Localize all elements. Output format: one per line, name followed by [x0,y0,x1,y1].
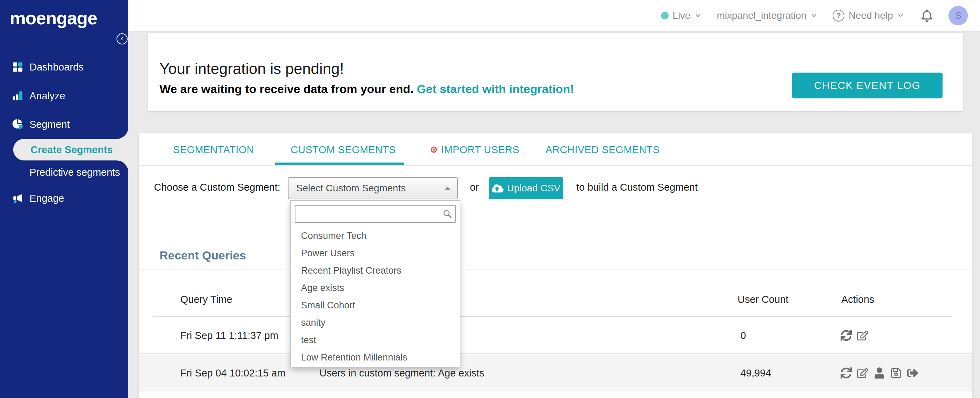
red-dot-icon [430,146,438,153]
custom-segments-dropdown: Consumer Tech Power Users Recent Playlis… [290,200,460,367]
chevron-down-icon [810,12,817,19]
workspace-name: mixpanel_integration [717,10,806,21]
save-icon[interactable] [891,368,902,379]
divider [139,270,972,270]
notifications-button[interactable] [921,10,933,22]
segment-search-input[interactable] [295,205,456,223]
topbar: Live mixpanel_integration ? Need help S [128,0,980,32]
segment-options-list: Consumer Tech Power Users Recent Playlis… [291,227,460,366]
banner-subtitle: We are waiting to receive data from your… [159,82,574,96]
sidebar-item-analyze[interactable]: Analyze [0,86,128,105]
get-started-link[interactable]: Get started with integration! [417,82,574,96]
pie-chart-icon [12,118,24,130]
segment-option[interactable]: Power Users [291,245,460,262]
pill-notch [116,127,128,139]
refresh-icon[interactable] [841,368,852,379]
query-time-cell: Fri Sep 11 1:11:37 pm [180,317,278,354]
sidebar-item-create-segments[interactable]: Create Segments [13,139,128,160]
sidebar-item-segment[interactable]: Segment [0,115,128,134]
sidebar-item-predictive-segments[interactable]: Predictive segments [29,167,120,178]
tab-import-users[interactable]: IMPORT USERS [430,144,519,156]
segment-option[interactable]: Consumer Tech [291,227,460,245]
user-icon[interactable] [874,368,885,379]
check-event-log-button[interactable]: CHECK EVENT LOG [792,73,943,98]
row-actions [841,317,868,354]
bell-icon [921,10,933,22]
upload-csv-label: Upload CSV [507,183,560,194]
chevron-down-icon [695,12,702,19]
cloud-upload-icon [492,184,504,193]
chevron-down-icon [897,12,904,19]
workspace-selector[interactable]: mixpanel_integration [717,10,817,21]
segment-option[interactable]: Small Cohort [291,297,460,314]
megaphone-icon [12,192,24,204]
user-count-cell: 49,994 [740,355,771,392]
banner-subtitle-text: We are waiting to receive data from your… [159,82,414,96]
search-icon [442,209,452,219]
active-tab-underline [275,163,404,165]
refresh-icon[interactable] [841,330,852,341]
query-time-cell: Fri Sep 04 10:02:15 am [180,355,285,392]
table-row: Fri Sep 04 10:02:15 am Users in custom s… [139,355,972,392]
edit-icon[interactable] [857,330,868,341]
grid-icon [12,61,24,73]
column-header-user-count: User Count [738,293,789,305]
environment-label: Live [673,10,690,21]
triangle-up-icon [445,187,451,190]
column-header-query-time: Query Time [180,293,232,305]
upload-csv-button[interactable]: Upload CSV [489,177,563,199]
column-header-actions: Actions [841,293,874,305]
tab-segmentation[interactable]: SEGMENTATION [173,144,254,156]
recent-queries-title: Recent Queries [159,249,246,262]
need-help-menu[interactable]: ? Need help [833,10,904,22]
segment-option[interactable]: Recent Playlist Creators [291,262,460,279]
question-circle-icon: ? [833,10,845,22]
tabs-divider [139,165,972,166]
segment-option[interactable]: sanity [291,314,460,331]
segments-card: SEGMENTATION CUSTOM SEGMENTS IMPORT USER… [139,133,972,398]
chevron-left-icon: ‹ [121,34,123,43]
segment-option[interactable]: Age exists [291,279,460,297]
edit-icon[interactable] [857,368,868,379]
select-value: Select Custom Segments [296,183,406,194]
live-status-dot [661,12,668,19]
segment-option[interactable]: test [291,331,460,349]
segment-option[interactable]: Low Retention Millennials [291,349,460,366]
avatar-initial: S [955,10,962,21]
row-actions [841,355,918,392]
environment-selector[interactable]: Live [661,10,702,21]
sidebar: moengage Dashboards Analyze [0,0,128,398]
need-help-label: Need help [849,10,893,21]
bar-chart-icon [12,90,24,102]
table-row: Fri Sep 11 1:11:37 pm 0 [139,317,972,354]
tab-archived-segments[interactable]: ARCHIVED SEGMENTS [546,144,660,156]
integration-pending-banner: Your integration is pending! We are wait… [148,33,963,111]
sidebar-item-dashboards[interactable]: Dashboards [0,57,128,77]
banner-title: Your integration is pending! [159,60,344,77]
user-avatar[interactable]: S [948,6,968,26]
tab-custom-segments[interactable]: CUSTOM SEGMENTS [291,144,396,156]
moengage-app: Live mixpanel_integration ? Need help S … [0,0,980,398]
sidebar-collapse-button[interactable]: ‹ [116,34,127,45]
or-label: or [470,182,479,193]
build-segment-suffix: to build a Custom Segment [576,182,698,193]
user-count-cell: 0 [740,317,746,354]
sidebar-item-engage[interactable]: Engage [0,189,128,208]
choose-segment-label: Choose a Custom Segment: [154,182,280,193]
export-icon[interactable] [907,368,918,379]
moengage-logo[interactable]: moengage [10,8,97,29]
custom-segments-select[interactable]: Select Custom Segments [288,177,458,199]
